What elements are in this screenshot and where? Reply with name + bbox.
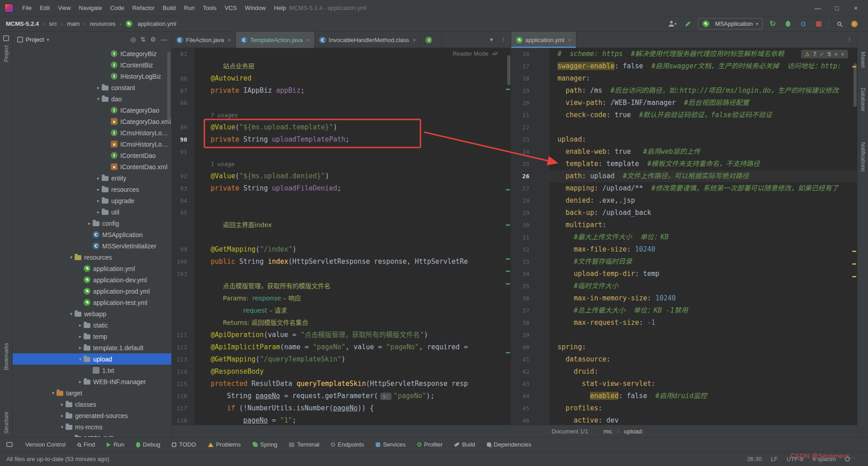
menu-item-window[interactable]: Window [241,0,270,16]
tool-window-button-endpoints[interactable]: Endpoints [331,441,364,448]
code-line[interactable]: 1 usage [172,158,511,170]
line-number[interactable]: 25 [511,158,532,170]
tool-window-button-version-control[interactable]: Version Control [25,441,66,448]
line-number[interactable]: 117 [172,402,190,414]
tree-item-MSApplication[interactable]: CMSApplication [13,229,171,240]
line-number[interactable]: 103 [172,268,190,280]
tree-scrollbar[interactable] [167,52,170,122]
line-number[interactable] [172,158,190,170]
line-number[interactable]: 36 [511,292,532,304]
code-line-103[interactable]: 103 [172,268,511,280]
tool-window-button-todo[interactable]: TODO [172,441,196,448]
tree-item-ICategoryDao[interactable]: IICategoryDao [13,105,171,116]
breadcrumb-item[interactable]: application.yml [124,19,178,28]
code-line-21[interactable]: 21check-code: true #默认开启验证码验证，false验证码不验… [511,109,857,121]
tool-window-button-problems[interactable]: Problems [208,441,241,448]
editor-tab-partial[interactable]: I [421,32,442,48]
tree-item-application-test.yml[interactable]: application-test.yml [13,297,171,308]
chevron-down-icon[interactable]: ▾ [95,96,102,101]
tab-menu-icon[interactable]: ⋮ [498,36,508,43]
close-tab-icon[interactable]: × [568,37,571,43]
line-number[interactable]: 113 [172,353,190,366]
tree-item-WEB-INF.manager[interactable]: ▸WEB-INF.manager [13,376,171,387]
line-number[interactable]: 32 [511,243,532,256]
tool-window-button-debug[interactable]: Debug [136,441,160,448]
code-line-94[interactable]: 94 [172,195,511,207]
line-number[interactable]: 89 [172,121,190,133]
tree-item-dao[interactable]: ▾dao [13,93,171,105]
breadcrumb-ms[interactable]: ms: [604,428,613,435]
chevron-right-icon[interactable]: ▸ [86,221,93,226]
tree-item-template.1.default[interactable]: ▸template.1.default [13,342,171,353]
close-tab-icon[interactable]: × [306,37,310,43]
editor-java[interactable]: 82站点业务层86@Autowired87private IAppBiz app… [172,48,511,425]
debug-icon[interactable] [783,19,793,29]
project-panel-title[interactable]: Project [26,36,44,43]
code-line-36[interactable]: 36max-in-memory-size: 10240 [511,292,857,304]
line-number[interactable] [172,317,190,329]
code-line-28[interactable]: 28denied: .exe,.jsp [511,195,857,207]
code-line-115[interactable]: 115protected ResultData queryTemplateSki… [172,378,511,390]
code-line-30[interactable]: 30multipart: [511,219,857,231]
menu-item-tools[interactable]: Tools [199,0,221,16]
code-line[interactable]: 点击模版管理，获取所有的模版文件名 [172,280,511,292]
line-number[interactable]: 94 [172,195,190,207]
chevron-down-icon[interactable]: ▾ [68,255,75,260]
search-icon[interactable] [834,19,844,29]
tool-button-structure[interactable]: Structure [3,412,9,434]
line-number[interactable] [172,292,190,304]
tree-item-util[interactable]: ▸util [13,206,171,218]
chevron-right-icon[interactable]: ▸ [77,323,84,328]
code-line-29[interactable]: 29back-up: /upload_back [511,207,857,219]
code-line-35[interactable]: 35#临时文件大小 [511,280,857,292]
tree-item-generated-sources[interactable]: ▸generated-sources [13,410,171,421]
line-number[interactable]: 88 [172,97,190,109]
line-number[interactable]: 92 [172,170,190,182]
code-line[interactable]: 站点业务层 [172,60,511,72]
code-line-26[interactable]: 26path: upload #文件上传路径，可以根据实际写绝对路径 [511,170,857,182]
breadcrumb-upload[interactable]: upload: [624,428,643,435]
tree-item-application-dev.yml[interactable]: application-dev.yml [13,274,171,285]
app-logo-icon[interactable] [5,4,14,13]
chevron-down-icon[interactable]: ▾ [50,390,57,395]
line-number[interactable] [172,304,190,317]
tree-item-application.yml[interactable]: application.yml [13,263,171,274]
close-tab-icon[interactable]: × [413,37,416,43]
chevron-right-icon[interactable]: ▸ [95,209,102,214]
menu-item-vcs[interactable]: VCS [221,0,241,16]
tree-item-entity[interactable]: ▸entity [13,172,171,184]
code-line-31[interactable]: 31#最大上传文件大小 单位：KB [511,231,857,243]
code-line[interactable]: 7 usages [172,109,511,121]
tree-item-IHistoryLogBiz[interactable]: IIHistoryLogBiz [13,71,171,82]
code-line-23[interactable]: 23upload: [511,133,857,146]
tree-item-IContentDao[interactable]: IIContentDao [13,150,171,161]
code-line-46[interactable]: 46active: dev [511,414,857,425]
tree-item-application-prod.yml[interactable]: application-prod.yml [13,285,171,297]
menu-item-view[interactable]: View [54,0,75,16]
line-number[interactable]: 37 [511,304,532,317]
line-separator[interactable]: LF [771,456,778,462]
line-number[interactable]: 118 [172,414,190,425]
line-number[interactable]: 38 [511,317,532,329]
line-number[interactable]: 16 [511,48,532,60]
line-number[interactable]: 39 [511,329,532,341]
tool-button-notifications[interactable]: Notifications [860,142,866,171]
code-line-95[interactable]: 95 [172,207,511,219]
update-project-icon[interactable]: ↑ [849,19,860,29]
tree-item-target[interactable]: ▾target [13,387,171,399]
editor-scrollbar[interactable] [507,55,510,85]
line-number[interactable]: 100 [172,256,190,268]
close-button[interactable]: × [848,0,863,16]
hide-panel-icon[interactable]: — [160,36,167,43]
tree-item-temp[interactable]: ▸temp [13,331,171,342]
wrench-icon[interactable] [683,19,693,29]
line-number[interactable]: 33 [511,256,532,268]
line-number[interactable]: 44 [511,390,532,402]
code-line[interactable]: 返回主界面index [172,219,511,231]
tool-window-button-terminal[interactable]: Terminal [289,441,319,448]
tool-button-project[interactable]: Project [3,45,9,62]
line-number[interactable]: 42 [511,366,532,378]
line-number[interactable]: 115 [172,378,190,390]
code-line-44[interactable]: 44enabled: false #启用druid监控 [511,390,857,402]
tool-window-button-run[interactable]: Run [107,441,124,448]
